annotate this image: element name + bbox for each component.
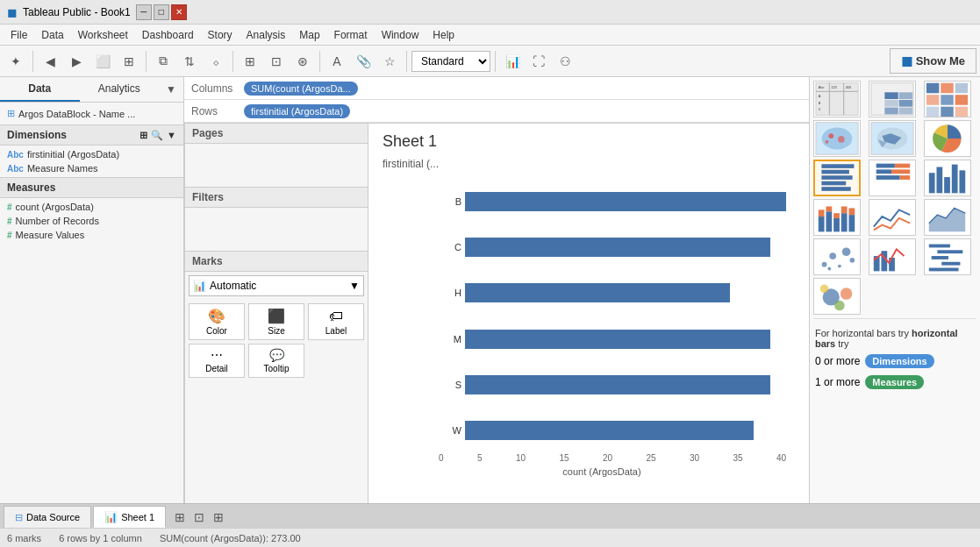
tab-data[interactable]: Data — [0, 77, 80, 102]
menu-analysis[interactable]: Analysis — [240, 27, 293, 43]
svg-point-78 — [820, 285, 829, 294]
showme-stacked-bars-h[interactable] — [869, 160, 916, 196]
bar-fill[interactable] — [465, 238, 770, 257]
svg-rect-73 — [941, 262, 960, 266]
datasource-tab[interactable]: ⊟ Data Source — [4, 506, 91, 528]
showme-heat-map[interactable] — [924, 81, 971, 117]
bar-row: B — [444, 189, 786, 214]
add-story-btn[interactable]: ⊞ — [210, 510, 227, 524]
showme-pie[interactable] — [924, 120, 971, 157]
toolbar-back-btn[interactable]: ◀ — [38, 49, 62, 74]
toolbar-chart-type-btn[interactable]: 📊 — [500, 49, 525, 74]
dimensions-list: Abc firstinitial (ArgosData) Abc Measure… — [0, 146, 183, 177]
toolbar-fullscreen-btn[interactable]: ⛶ — [526, 49, 551, 74]
sheet1-tab[interactable]: 📊 Sheet 1 — [93, 506, 166, 528]
toolbar-sort-btn[interactable]: ⬦ — [204, 49, 228, 74]
showme-lines[interactable] — [869, 199, 916, 236]
menu-dashboard[interactable]: Dashboard — [135, 27, 201, 43]
left-panel-menu-btn[interactable]: ▼ — [159, 77, 183, 102]
showme-scatter[interactable] — [813, 238, 861, 275]
toolbar-annotate-btn[interactable]: 📎 — [351, 49, 376, 74]
field-count[interactable]: # count (ArgosData) — [0, 200, 183, 214]
toolbar-add-datasource-btn[interactable]: ⊞ — [117, 49, 141, 74]
marks-size-btn[interactable]: ⬛ Size — [248, 303, 304, 340]
dimensions-header[interactable]: Dimensions ⊞ 🔍 ▼ — [0, 124, 183, 146]
toolbar-forward-btn[interactable]: ▶ — [64, 49, 89, 74]
toolbar-pin-btn[interactable]: ☆ — [377, 49, 402, 74]
showme-map2[interactable] — [869, 120, 916, 157]
menu-map[interactable]: Map — [292, 27, 326, 43]
menu-file[interactable]: File — [4, 27, 34, 43]
rows-pill[interactable]: firstinitial (ArgosData) — [244, 104, 350, 118]
field-firstinitial[interactable]: Abc firstinitial (ArgosData) — [0, 147, 183, 161]
marks-label-btn[interactable]: 🏷 Label — [308, 303, 364, 340]
menu-window[interactable]: Window — [375, 27, 426, 43]
maximize-button[interactable]: □ — [154, 4, 169, 20]
svg-rect-19 — [955, 83, 968, 94]
title-bar: ◼ Tableau Public - Book1 ─ □ ✕ — [0, 0, 980, 25]
svg-point-63 — [838, 265, 841, 268]
showme-bubble[interactable] — [813, 278, 861, 315]
field-measure-names[interactable]: Abc Measure Names — [0, 161, 183, 175]
bar-chart: B C H M S W — [383, 179, 795, 494]
dimensions-expand-icon[interactable]: ▼ — [167, 130, 176, 141]
svg-rect-74 — [929, 268, 959, 272]
measures-header[interactable]: Measures — [0, 177, 183, 198]
menu-data[interactable]: Data — [34, 27, 70, 43]
menu-format[interactable]: Format — [327, 27, 375, 43]
bar-fill[interactable] — [465, 283, 730, 302]
showme-highlighted-table[interactable] — [869, 81, 916, 117]
tab-analytics[interactable]: Analytics — [80, 77, 160, 102]
toolbar-share-btn[interactable]: ⚇ — [553, 49, 577, 74]
showme-area-lines[interactable] — [924, 199, 971, 236]
toolbar-tooltip-btn[interactable]: A — [325, 49, 349, 74]
marks-tooltip-btn[interactable]: 💬 Tooltip — [248, 344, 304, 378]
records-label: Number of Records — [16, 216, 99, 226]
toolbar-label-btn[interactable]: ⊡ — [264, 49, 289, 74]
dimensions-search-icon[interactable]: 🔍 — [151, 130, 163, 141]
toolbar-duplicate-btn[interactable]: ⧉ — [151, 49, 175, 74]
add-dashboard-btn[interactable]: ⊡ — [190, 510, 208, 524]
menu-story[interactable]: Story — [201, 27, 240, 43]
toolbar-swap-btn[interactable]: ⇅ — [177, 49, 202, 74]
add-worksheet-btn[interactable]: ⊞ — [171, 510, 189, 524]
marks-detail-btn[interactable]: ⋯ Detail — [189, 344, 245, 378]
bar-fill[interactable] — [465, 330, 770, 349]
svg-rect-23 — [926, 107, 939, 117]
svg-rect-44 — [900, 175, 911, 180]
bar-fill[interactable] — [465, 375, 770, 394]
showme-stacked-bars-v[interactable] — [813, 199, 861, 236]
showme-horizontal-bars[interactable] — [813, 160, 861, 196]
showme-text-table[interactable]: Abc 123 456 A B C — [813, 81, 861, 117]
showme-dual-axis[interactable] — [869, 238, 916, 275]
showme-dim-row: 0 or more Dimensions — [813, 351, 976, 372]
minimize-button[interactable]: ─ — [136, 4, 152, 20]
menu-help[interactable]: Help — [426, 27, 461, 43]
detail-icon: ⋯ — [211, 348, 223, 362]
data-source-name[interactable]: Argos DataBlock - Name ... — [18, 109, 135, 119]
svg-rect-14 — [899, 100, 912, 107]
bar-fill[interactable] — [465, 192, 786, 211]
toolbar-save-btn[interactable]: ⬜ — [90, 49, 115, 74]
toolbar-standard-dropdown[interactable]: Standard — [411, 51, 490, 72]
dimensions-grid-icon[interactable]: ⊞ — [139, 130, 147, 141]
svg-point-29 — [838, 136, 845, 143]
status-rows: 6 rows by 1 column — [59, 533, 142, 543]
marks-color-btn[interactable]: 🎨 Color — [189, 303, 245, 340]
menu-worksheet[interactable]: Worksheet — [71, 27, 135, 43]
showme-vertical-bars[interactable] — [924, 160, 971, 196]
field-number-of-records[interactable]: # Number of Records — [0, 214, 183, 228]
showme-map1[interactable] — [813, 120, 861, 157]
toolbar-group-btn[interactable]: ⊞ — [238, 49, 262, 74]
field-measure-values[interactable]: # Measure Values — [0, 228, 183, 242]
measure-values-icon: # — [7, 231, 12, 240]
close-button[interactable]: ✕ — [171, 4, 187, 20]
toolbar-new-btn[interactable]: ✦ — [4, 49, 28, 74]
show-me-button[interactable]: ◼ Show Me — [890, 48, 976, 74]
showme-gantt[interactable] — [924, 238, 971, 275]
bar-fill[interactable] — [465, 421, 754, 440]
marks-type-dropdown[interactable]: 📊 Automatic ▼ — [189, 275, 364, 296]
toolbar-fix-btn[interactable]: ⊛ — [290, 49, 315, 74]
chart-area: Sheet 1 firstinitial (... B C H M — [368, 124, 809, 503]
columns-pill[interactable]: SUM(count (ArgosDa... — [244, 82, 358, 96]
